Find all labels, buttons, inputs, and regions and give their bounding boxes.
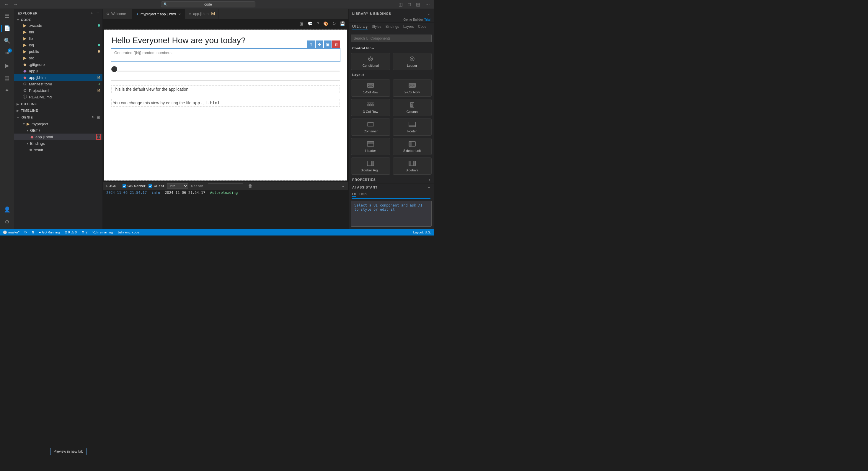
outline-header[interactable]: ▶ OUTLINE [14,101,102,107]
tab-code[interactable]: Code [418,25,427,30]
sidebar-more-icon[interactable]: ⋯ [95,11,99,15]
genie-item-myproject[interactable]: ▼ ▶ myproject [14,121,102,127]
client-checkbox-label[interactable]: Client [149,184,164,188]
tree-item-project[interactable]: ⚙ Project.toml M [14,87,102,94]
activity-settings[interactable]: ⚙ [1,216,13,228]
component-container[interactable]: Container [351,118,390,136]
back-button[interactable]: ← [3,1,10,7]
palette-icon[interactable]: 🎨 [322,20,329,27]
tree-item-readme[interactable]: ⓘ README.md [14,94,102,100]
tree-item-lib[interactable]: ▶ lib [14,35,102,42]
activity-search[interactable]: 🔍 [1,35,13,47]
log-search-input[interactable] [208,183,243,188]
component-sidebar-left[interactable]: Sidebar Left [393,138,432,155]
properties-header[interactable]: PROPERTIES › [349,176,434,183]
2col-svg [408,82,416,89]
client-checkbox[interactable] [149,184,152,188]
remaining-item[interactable]: >1h remaining [92,231,113,234]
split-view-icon[interactable]: ◫ [397,1,404,8]
component-looper[interactable]: Looper [393,53,432,70]
component-conditional[interactable]: Conditional [351,53,390,70]
component-sidebars[interactable]: Sidebars [393,157,432,175]
save-icon[interactable]: 💾 [339,20,346,27]
component-footer[interactable]: Footer [393,118,432,136]
logs-trash-icon[interactable]: 🗑 [248,183,252,188]
delete-action[interactable]: 🗑 [332,40,340,48]
genie-item-result[interactable]: result [14,147,102,153]
gb-running-item[interactable]: ● GB Running [39,231,60,234]
sidebar-new-file-icon[interactable]: + [91,11,93,15]
forward-button[interactable]: → [12,1,19,7]
tree-item-appjl[interactable]: ◆ app.jl [14,68,102,74]
component-column[interactable]: Column [393,99,432,116]
activity-run[interactable]: ▶ [1,60,13,71]
select-frame-icon[interactable]: ▣ [299,20,304,27]
genie-header[interactable]: ▼ GENIE ↻ ▣ [14,114,102,121]
refresh-icon[interactable]: ↻ [332,20,337,27]
tab-styles[interactable]: Styles [372,25,381,30]
tab-bindings[interactable]: Bindings [385,25,399,30]
component-2col-row[interactable]: 2-Col Row [393,80,432,97]
tab-layers[interactable]: Layers [403,25,414,30]
genie-item-get[interactable]: ▼ GET / [14,127,102,134]
copy-action[interactable]: ▣ [324,40,332,48]
logs-chevron-icon[interactable]: ⌄ [341,183,345,188]
git-compare-item[interactable]: ⇅ [32,231,34,234]
errors-item[interactable]: ⊗ 0 ⚠ 0 [65,231,77,234]
activity-explorer[interactable]: 📄 [1,23,13,34]
panel-icon[interactable]: ▤ [415,1,421,8]
tree-item-log[interactable]: ▶ log [14,42,102,48]
right-panel-chevron-icon[interactable]: ⌄ [427,11,430,16]
layout-icon[interactable]: □ [407,1,412,7]
activity-accounts[interactable]: 👤 [1,204,13,215]
genie-item-appjlhtml[interactable]: ◆ app.jl.html □ [14,134,102,140]
component-sidebar-right[interactable]: Sidebar Rig... [351,157,390,175]
tab-close-button[interactable]: × [178,11,181,17]
log-level-select[interactable]: Info Debug Warning Error [167,183,188,188]
preview-input[interactable] [111,49,340,57]
ai-textarea[interactable]: Select a UI component and ask AI to styl… [351,201,432,227]
genie-refresh-icon[interactable]: ↻ [92,115,95,119]
genie-add-icon[interactable]: ▣ [97,115,100,119]
search-components-input[interactable] [351,35,432,42]
ai-tab-help[interactable]: Help [359,192,367,197]
tab-welcome[interactable]: ⚙ Welcome [103,9,132,19]
component-1col-row[interactable]: 1-Col Row [351,80,390,97]
tree-item-public[interactable]: ▶ public [14,48,102,55]
tab-appjlhtml2[interactable]: ◇ app.jl.html M [185,9,219,19]
chat-icon[interactable]: 💬 [307,20,314,27]
activity-extensions[interactable]: ▤ [1,72,13,84]
activity-git[interactable]: ⚩ 6 [1,47,13,59]
help-icon[interactable]: ? [316,20,320,27]
julia-env-item[interactable]: Julia env: code [118,231,139,234]
sync-item[interactable]: ↻ [24,231,27,234]
component-3col-row[interactable]: 3-Col Row [351,99,390,116]
more-icon[interactable]: ⋯ [424,1,431,8]
layout-item[interactable]: Layout: U.S. [413,231,431,234]
tree-item-appjlhtml[interactable]: ◆ app.jl.html M [14,74,102,81]
tree-item-gitignore[interactable]: ◆ .gitignore [14,61,102,68]
ai-tab-ui[interactable]: UI [352,192,356,197]
tree-item-manifest[interactable]: ⚙ Manifest.toml U [14,81,102,87]
ai-header[interactable]: AI ASSISTANT ⌄ [349,183,434,191]
tab-ui-library[interactable]: UI Library [352,25,368,30]
git-branch-item[interactable]: ⚪ master* [3,231,20,234]
genie-item-bindings[interactable]: ▼ Bindings [14,140,102,147]
preview-in-new-tab-button[interactable]: □ [96,134,101,140]
activity-genie[interactable]: ✦ [1,85,13,96]
timeline-header[interactable]: ▶ TIMELINE [14,108,102,114]
move-up-action[interactable]: ⇧ [307,40,315,48]
gb-server-checkbox[interactable] [123,184,126,188]
activity-menu[interactable]: ☰ [1,10,13,22]
search-bar[interactable]: 🔍 code [161,1,255,7]
drag-action[interactable]: ✥ [316,40,323,48]
tree-item-src[interactable]: ▶ src [14,55,102,61]
refs-item[interactable]: ⚒ 2 [82,231,87,234]
gb-server-checkbox-label[interactable]: GB Server [123,184,146,188]
tab-myproject-appjlhtml[interactable]: ✦ myproject :: app.jl.html × [132,9,185,19]
component-header[interactable]: Header [351,138,390,155]
code-section-header[interactable]: ▼ CODE [14,18,102,22]
tree-item-vscode[interactable]: ▶ .vscode [14,22,102,29]
tree-item-bin[interactable]: ▶ bin [14,29,102,35]
preview-slider[interactable] [111,66,117,72]
